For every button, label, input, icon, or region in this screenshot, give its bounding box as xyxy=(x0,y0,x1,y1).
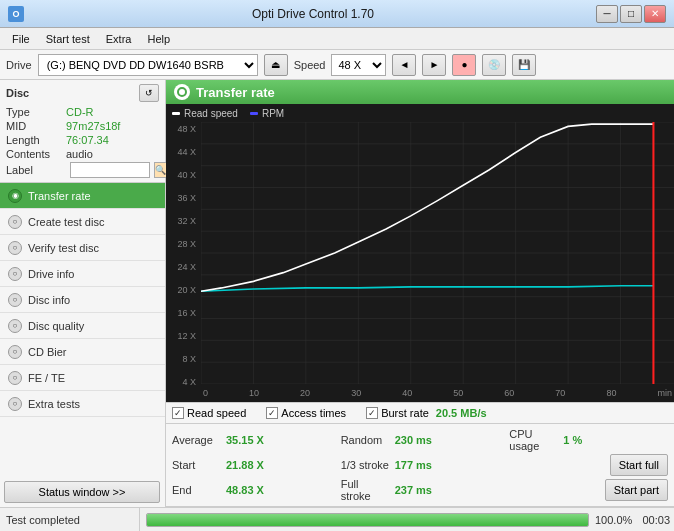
disc-type-label: Type xyxy=(6,106,66,118)
y-label-24: 24 X xyxy=(168,262,199,272)
disc-length-row: Length 76:07.34 xyxy=(6,134,159,146)
progress-section: 100.0% xyxy=(140,508,639,531)
nav-item-drive-info[interactable]: ○ Drive info xyxy=(0,261,165,287)
nav-item-verify-test-disc[interactable]: ○ Verify test disc xyxy=(0,235,165,261)
stroke13-label: 1/3 stroke xyxy=(341,459,391,471)
fullstroke-value: 237 ms xyxy=(395,484,432,496)
burst-rate-checkbox[interactable] xyxy=(366,407,378,419)
legend-read-speed: Read speed xyxy=(172,108,238,119)
start-part-button[interactable]: Start part xyxy=(605,479,668,501)
save-button[interactable]: 💾 xyxy=(512,54,536,76)
chart-title: Transfer rate xyxy=(196,85,275,100)
speed-label: Speed xyxy=(294,59,326,71)
speed-select[interactable]: 48 X xyxy=(331,54,386,76)
y-label-12: 12 X xyxy=(168,331,199,341)
nav-label-extra-tests: Extra tests xyxy=(28,398,80,410)
options-bar: Read speed Access times Burst rate 20.5 … xyxy=(166,402,674,424)
content-area: Transfer rate Read speed RPM 48 X 44 X 4… xyxy=(166,80,674,507)
main-layout: Disc ↺ Type CD-R MID 97m27s18f Length 76… xyxy=(0,80,674,507)
start-full-button[interactable]: Start full xyxy=(610,454,668,476)
x-label-60: 60 xyxy=(504,388,514,398)
nav-icon-extra-tests: ○ xyxy=(8,397,22,411)
option-burst-rate: Burst rate 20.5 MB/s xyxy=(366,407,486,419)
y-label-8: 8 X xyxy=(168,354,199,364)
nav-icon-drive-info: ○ xyxy=(8,267,22,281)
disc-section: Disc ↺ Type CD-R MID 97m27s18f Length 76… xyxy=(0,80,165,183)
disc-refresh-button[interactable]: ↺ xyxy=(139,84,159,102)
disc-label-input[interactable] xyxy=(70,162,150,178)
nav-label-drive-info: Drive info xyxy=(28,268,74,280)
disc-header: Disc ↺ xyxy=(6,84,159,102)
start-label: Start xyxy=(172,459,222,471)
stat-fullstroke-row: Full stroke 237 ms xyxy=(341,478,500,502)
option-access-times: Access times xyxy=(266,407,346,419)
disc-mid-row: MID 97m27s18f xyxy=(6,120,159,132)
average-label: Average xyxy=(172,434,222,446)
legend-rpm-label: RPM xyxy=(262,108,284,119)
progress-label: 100.0% xyxy=(595,514,633,526)
y-label-32: 32 X xyxy=(168,216,199,226)
nav-icon-cd-bier: ○ xyxy=(8,345,22,359)
nav-label-cd-bier: CD Bier xyxy=(28,346,67,358)
stat-average-row: Average 35.15 X xyxy=(172,428,331,452)
speed-back-button[interactable]: ◄ xyxy=(392,54,416,76)
nav-item-disc-quality[interactable]: ○ Disc quality xyxy=(0,313,165,339)
menu-file[interactable]: File xyxy=(4,31,38,47)
nav-label-disc-quality: Disc quality xyxy=(28,320,84,332)
stroke13-value: 177 ms xyxy=(395,459,432,471)
app-title: Opti Drive Control 1.70 xyxy=(30,7,596,21)
minimize-button[interactable]: ─ xyxy=(596,5,618,23)
menu-extra[interactable]: Extra xyxy=(98,31,140,47)
nav-item-create-test-disc[interactable]: ○ Create test disc xyxy=(0,209,165,235)
drive-label: Drive xyxy=(6,59,32,71)
menu-bar: File Start test Extra Help xyxy=(0,28,674,50)
y-label-36: 36 X xyxy=(168,193,199,203)
chart-x-axis: 0 10 20 30 40 50 60 70 80 min xyxy=(201,384,674,402)
close-button[interactable]: ✕ xyxy=(644,5,666,23)
disc-length-label: Length xyxy=(6,134,66,146)
x-label-70: 70 xyxy=(555,388,565,398)
access-times-checkbox[interactable] xyxy=(266,407,278,419)
x-label-0: 0 xyxy=(203,388,208,398)
legend-rpm: RPM xyxy=(250,108,284,119)
maximize-button[interactable]: □ xyxy=(620,5,642,23)
menu-start-test[interactable]: Start test xyxy=(38,31,98,47)
y-label-44: 44 X xyxy=(168,147,199,157)
read-speed-checkbox[interactable] xyxy=(172,407,184,419)
disc-type-row: Type CD-R xyxy=(6,106,159,118)
disc-title: Disc xyxy=(6,87,29,99)
color-button[interactable]: ● xyxy=(452,54,476,76)
chart-y-axis: 48 X 44 X 40 X 36 X 32 X 28 X 24 X 20 X … xyxy=(166,122,201,402)
x-label-min: min xyxy=(657,388,672,398)
nav-items: ◉ Transfer rate ○ Create test disc ○ Ver… xyxy=(0,183,165,417)
status-window-button[interactable]: Status window >> xyxy=(4,481,160,503)
legend-read-speed-label: Read speed xyxy=(184,108,238,119)
x-label-40: 40 xyxy=(402,388,412,398)
y-label-48: 48 X xyxy=(168,124,199,134)
nav-icon-verify-test-disc: ○ xyxy=(8,241,22,255)
average-value: 35.15 X xyxy=(226,434,264,446)
y-label-20: 20 X xyxy=(168,285,199,295)
nav-item-fe-te[interactable]: ○ FE / TE xyxy=(0,365,165,391)
nav-item-disc-info[interactable]: ○ Disc info xyxy=(0,287,165,313)
nav-item-extra-tests[interactable]: ○ Extra tests xyxy=(0,391,165,417)
x-label-80: 80 xyxy=(606,388,616,398)
drive-select[interactable]: (G:) BENQ DVD DD DW1640 BSRB xyxy=(38,54,258,76)
nav-item-transfer-rate[interactable]: ◉ Transfer rate xyxy=(0,183,165,209)
x-label-10: 10 xyxy=(249,388,259,398)
stat-random-row: Random 230 ms xyxy=(341,428,500,452)
status-text-area: Test completed xyxy=(0,508,140,531)
stat-stroke13-row: 1/3 stroke 177 ms xyxy=(341,454,500,476)
disc-contents-row: Contents audio xyxy=(6,148,159,160)
chart-svg xyxy=(201,122,674,384)
menu-help[interactable]: Help xyxy=(139,31,178,47)
eject-button[interactable]: ⏏ xyxy=(264,54,288,76)
legend-bar: Read speed RPM xyxy=(166,104,674,122)
cpu-label: CPU usage xyxy=(509,428,559,452)
nav-item-cd-bier[interactable]: ○ CD Bier xyxy=(0,339,165,365)
disc-mid-value: 97m27s18f xyxy=(66,120,120,132)
y-label-28: 28 X xyxy=(168,239,199,249)
disc-label-row: Label 🔍 xyxy=(6,162,159,178)
speed-fwd-button[interactable]: ► xyxy=(422,54,446,76)
disc-button[interactable]: 💿 xyxy=(482,54,506,76)
